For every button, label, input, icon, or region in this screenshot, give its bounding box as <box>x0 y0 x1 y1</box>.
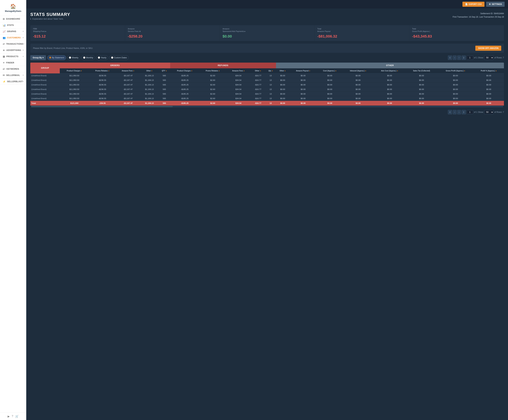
table-cell: $0.00 <box>474 96 504 101</box>
table-col-header-row: Product Charges ⬆ Promo Rebates ⬆ Amazon… <box>30 68 504 73</box>
table-cell: 565 <box>158 83 170 87</box>
filter-text: Please filter by Brand, Product Line, Pr… <box>33 47 93 49</box>
sidebar-item-customers[interactable]: 👥 CUSTOMERS ▾ <box>0 35 26 41</box>
logo-icon: 🏠 <box>10 4 16 9</box>
help-icon[interactable]: ? <box>12 415 13 418</box>
sidebar-item-finder[interactable]: ✦ FINDER <box>0 60 26 66</box>
scrollbar-track <box>31 106 503 107</box>
table-cell: $0.00 <box>437 96 473 101</box>
next-page-button[interactable]: › <box>457 56 461 60</box>
table-cell: $0.00 <box>405 83 437 87</box>
table-cell: -$185.25 <box>170 96 199 101</box>
table-cell: 565 <box>158 96 170 101</box>
table-cell: $0.00 <box>374 73 406 78</box>
sidebar-item-sellerblast[interactable]: ⚡ SELLERBLAST ▾ <box>0 79 26 85</box>
th-other-oth: Other ⬆ <box>276 68 289 73</box>
th-refunds: REFUNDS <box>170 63 276 68</box>
page-number-input[interactable] <box>466 56 473 60</box>
settings-button[interactable]: ⚙ SETTINGS <box>486 2 505 7</box>
table-cell: $34.54 <box>226 96 251 101</box>
sidebar-item-keywords[interactable]: 🏷 KEYWORDS <box>0 66 26 72</box>
rows-per-page-select-bottom[interactable]: 50 25 100 <box>484 110 493 114</box>
title-area: STATS SUMMARY ℹ Explanation text about '… <box>30 12 70 23</box>
first-page-button[interactable]: ⟪ <box>448 56 452 60</box>
rows-per-page-select[interactable]: 50 25 100 <box>484 56 493 60</box>
table-cell: $0.00 <box>289 78 317 83</box>
radio-weekly[interactable]: Weekly <box>67 55 80 60</box>
last-page-button[interactable]: ⟫ <box>462 56 466 60</box>
table-cell: -$185.25 <box>170 83 199 87</box>
horizontal-scrollbar[interactable] <box>30 106 504 108</box>
th-qty-r: Qty ⬆ <box>265 68 276 73</box>
last-page-button-bottom[interactable]: ⟫ <box>462 110 466 114</box>
table-cell: $0.00 <box>317 73 343 78</box>
table-cell: $1,106.13 <box>140 92 158 96</box>
table-cell: $0.00 <box>437 73 473 78</box>
table-cell: -$236.55 <box>89 92 116 96</box>
info-icon: ℹ <box>30 18 31 20</box>
sidebar-item-products[interactable]: ▦ PRODUCTS ▾ <box>0 53 26 60</box>
table-cell: 565 <box>158 87 170 92</box>
total-cell: $1,106.13 <box>140 101 158 106</box>
total-cell: $0.00 <box>437 101 473 106</box>
table-cell: -$16.77 <box>251 96 265 101</box>
summary-label: TotalAmazon Payout <box>317 28 407 33</box>
table-cell: $0.00 <box>317 87 343 92</box>
prev-page-button[interactable]: ‹ <box>453 56 456 60</box>
show-off-amazon-button[interactable]: SHOW-OFF AMAZON <box>475 46 501 51</box>
table-cell: -$3,167.47 <box>116 78 140 83</box>
table-cell: $0.00 <box>289 83 317 87</box>
export-csv-button[interactable]: 📄 EXPORT CSV <box>463 2 485 7</box>
top-bar: 📄 EXPORT CSV ⚙ SETTINGS <box>26 0 508 8</box>
table-cell: -$236.55 <box>89 87 116 92</box>
cart-icon[interactable]: 🛒 <box>15 415 19 418</box>
table-cell: $0.00 <box>374 87 406 92</box>
table-cell: $0.00 <box>474 87 504 92</box>
total-cell: -236.55 <box>89 101 116 106</box>
table-cell: $34.54 <box>226 83 251 87</box>
video-icon[interactable]: ▶ <box>7 415 10 418</box>
group-by-button[interactable]: Group By ▾ <box>30 55 46 60</box>
table-cell: $0.00 <box>474 92 504 96</box>
summary-card-amazon-service: AmazonService Fees ⊕ -$258.20 <box>125 25 220 41</box>
total-cell: $121,000 <box>60 101 89 106</box>
table-cell: $2.60 <box>199 78 226 83</box>
page-subtitle: ℹ Explanation text about 'Stats' here. <box>30 18 70 20</box>
radio-by-statement[interactable]: By Statement <box>47 55 66 60</box>
table-cell: -$236.55 <box>89 73 116 78</box>
logo-area: 🏠 ManageByStats <box>0 2 26 16</box>
radio-monthly[interactable]: Monthly <box>81 55 95 60</box>
customers-icon: 👥 <box>3 36 6 39</box>
main-content: 📄 EXPORT CSV ⚙ SETTINGS STATS SUMMARY ℹ … <box>26 0 508 420</box>
next-page-button-bottom[interactable]: › <box>457 110 461 114</box>
table-cell: -$185.25 <box>170 78 199 83</box>
total-cell: -$3,167.47 <box>116 101 140 106</box>
radio-yearly[interactable]: Yearly <box>96 55 108 60</box>
prev-page-button-bottom[interactable]: ‹ <box>453 110 456 114</box>
table-cell: $0.00 <box>437 87 473 92</box>
sidebar-item-dashboard[interactable]: ⊞ DASHBOARD <box>0 16 26 22</box>
sidebar-item-stats[interactable]: 📊 STATS <box>0 22 26 29</box>
table-cell: $2.60 <box>199 96 226 101</box>
total-cell: -$185.25 <box>170 101 199 106</box>
first-page-button-bottom[interactable]: ⟪ <box>448 110 452 114</box>
radio-custom-dates[interactable]: Custom Dates <box>109 55 129 60</box>
table-cell: $34.54 <box>226 78 251 83</box>
table-cell: $0.00 <box>405 96 437 101</box>
keywords-icon: 🏷 <box>3 68 5 70</box>
sidebar-item-advertising[interactable]: ★ ADVERTISING ▾ <box>0 47 26 53</box>
sidebar-item-graphs[interactable]: 📈 GRAPHS ▾ <box>0 29 26 35</box>
table-cell: 13 <box>265 78 276 83</box>
page-number-input-bottom[interactable] <box>466 110 473 114</box>
table-cell: $0.00 <box>437 83 473 87</box>
table-cell: $34.54 <box>226 73 251 78</box>
sidebar-item-sellermail[interactable]: ✉ SELLERMAIL ▾ <box>0 72 26 79</box>
th-promo-rebates-r: Promo Rebates ⬆ <box>199 68 226 73</box>
th-group: GROUP <box>30 63 60 73</box>
table-cell: $11,950.50 <box>60 78 89 83</box>
sidebar-item-transactions[interactable]: ⇄ TRANSACTIONS ▾ <box>0 41 26 47</box>
gear-icon: ⚙ <box>489 3 491 5</box>
table-cell: $0.00 <box>474 83 504 87</box>
table-cell: $1,106.13 <box>140 96 158 101</box>
header-row: STATS SUMMARY ℹ Explanation text about '… <box>30 12 504 23</box>
